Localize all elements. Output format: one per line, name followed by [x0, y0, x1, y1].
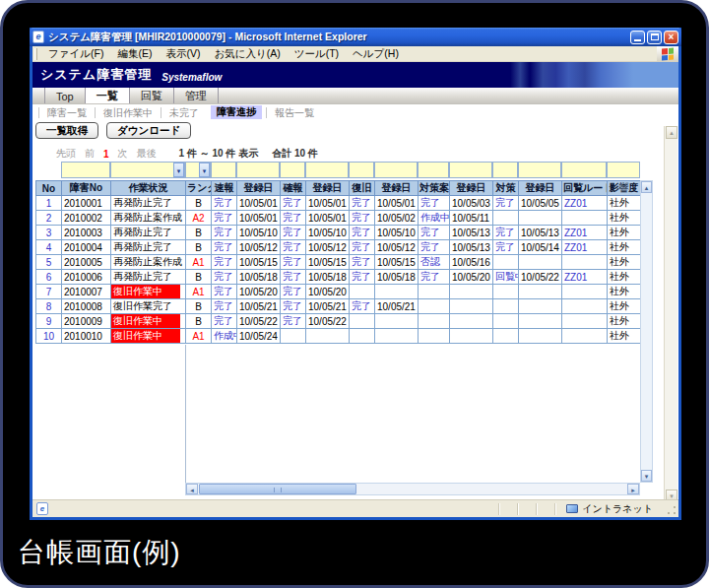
- horizontal-scroll-thumb[interactable]: [199, 484, 356, 494]
- menu-item-1[interactable]: ファイル(F): [41, 47, 110, 59]
- scroll-down-icon[interactable]: ▾: [641, 470, 652, 482]
- pager-prev[interactable]: 前: [85, 147, 95, 161]
- status-bar: e イントラネット: [32, 499, 678, 517]
- filter-select-col2[interactable]: ▾: [110, 162, 185, 178]
- filter-input-col8[interactable]: [349, 162, 374, 178]
- cell-col15: 社外: [608, 329, 641, 344]
- subnav-item-復旧作業中[interactable]: 復旧作業中: [95, 107, 161, 118]
- incident-no-link[interactable]: 4: [36, 240, 62, 255]
- tab-Top[interactable]: Top: [44, 88, 86, 103]
- cell-col3: B: [186, 196, 212, 211]
- menu-item-6[interactable]: ヘルプ(H): [346, 47, 406, 59]
- incident-no-link[interactable]: 9: [36, 314, 62, 329]
- incident-no-link[interactable]: 7: [36, 285, 62, 299]
- filter-input-col11[interactable]: [449, 162, 492, 178]
- tab-管理[interactable]: 管理: [174, 88, 219, 103]
- close-button[interactable]: ×: [664, 31, 678, 44]
- cell-col6: 完了: [281, 285, 306, 299]
- menu-item-2[interactable]: 編集(E): [110, 47, 159, 59]
- scroll-up-icon[interactable]: ▴: [641, 181, 652, 193]
- route-link[interactable]: ZZ01: [562, 240, 608, 255]
- incident-no-link[interactable]: 5: [36, 255, 62, 270]
- pane-divider: [185, 345, 186, 483]
- scroll-left-icon[interactable]: ◂: [186, 484, 198, 494]
- cell-col15: 社外: [608, 196, 641, 211]
- filter-input-col7[interactable]: [305, 162, 349, 178]
- cell-col9: 10/05/15: [375, 255, 419, 270]
- cell-col4: 完了: [212, 314, 237, 329]
- cell-col7: 10/05/01: [306, 211, 350, 226]
- filter-input-col1[interactable]: [61, 162, 110, 178]
- filter-input-col5[interactable]: [236, 162, 280, 178]
- subnav-item-未完了[interactable]: 未完了: [161, 107, 207, 118]
- incident-no-link[interactable]: 10: [36, 329, 62, 344]
- pager-last[interactable]: 最後: [137, 147, 157, 161]
- get-list-button[interactable]: 一覧取得: [35, 122, 98, 139]
- route-link[interactable]: ZZ01: [562, 196, 608, 211]
- table-vertical-scrollbar[interactable]: ▴ ▾: [640, 180, 653, 483]
- cell-col2: 再発防止完了: [111, 226, 186, 240]
- frame-vertical-scrollbar[interactable]: ▴ ▾: [664, 126, 677, 502]
- cell-col1: 2010004: [62, 240, 111, 255]
- download-button[interactable]: ダウンロード: [106, 122, 191, 139]
- scroll-right-icon[interactable]: ▸: [627, 484, 639, 494]
- column-header-13: 登録日: [519, 181, 562, 196]
- filter-input-col10[interactable]: [418, 162, 449, 178]
- dropdown-arrow-icon[interactable]: ▾: [199, 163, 210, 177]
- filter-input-col6[interactable]: [280, 162, 305, 178]
- menu-item-4[interactable]: お気に入り(A): [207, 47, 287, 59]
- pager-next[interactable]: 次: [118, 147, 128, 161]
- filter-input-col4[interactable]: [211, 162, 236, 178]
- cell-col11: 10/05/11: [450, 211, 493, 226]
- pagination: 先頭 前 1 次 最後 1 件 ～ 10 件 表示 合計 10 件: [56, 147, 318, 161]
- incident-no-link[interactable]: 8: [36, 299, 62, 314]
- subnav-item-報告一覧[interactable]: 報告一覧: [266, 107, 323, 118]
- route-link[interactable]: ZZ01: [562, 226, 608, 240]
- filter-spacer: [35, 162, 61, 178]
- menu-bar: ファイル(F)編集(E)表示(V)お気に入り(A)ツール(T)ヘルプ(H): [32, 46, 678, 62]
- minimize-icon: [634, 39, 641, 41]
- incident-no-link[interactable]: 6: [36, 270, 62, 285]
- filter-input-col13[interactable]: [518, 162, 561, 178]
- cell-col8: [350, 314, 375, 329]
- security-zone-label: イントラネット: [582, 502, 653, 516]
- cell-col3: B: [186, 270, 212, 285]
- minimize-button[interactable]: [630, 31, 645, 44]
- incident-no-link[interactable]: 2: [36, 211, 62, 226]
- subnav-item-障害一覧[interactable]: 障害一覧: [38, 107, 95, 118]
- resize-grip[interactable]: [666, 504, 677, 516]
- status-separator: [498, 503, 500, 515]
- pager-current-page: 1: [103, 149, 109, 160]
- cell-col15: 社外: [608, 299, 641, 314]
- menu-item-5[interactable]: ツール(T): [288, 47, 346, 59]
- cell-col6: 完了: [281, 196, 306, 211]
- tab-一覧[interactable]: 一覧: [86, 88, 130, 103]
- table-horizontal-scrollbar[interactable]: ◂ ▸: [185, 483, 640, 495]
- filter-select-col3[interactable]: ▾: [185, 162, 211, 178]
- subnav-item-障害進捗[interactable]: 障害進捗: [211, 105, 262, 119]
- maximize-button[interactable]: [647, 31, 662, 44]
- route-link[interactable]: ZZ01: [562, 270, 608, 285]
- frame-scroll-up-icon[interactable]: ▴: [666, 126, 677, 139]
- cell-col1: 2010001: [62, 196, 111, 211]
- tab-回覧[interactable]: 回覧: [130, 88, 174, 103]
- app-title: システム障害管理: [40, 66, 152, 84]
- filter-input-col9[interactable]: [374, 162, 418, 178]
- filter-input-col12[interactable]: [492, 162, 518, 178]
- ie-document-icon: e: [32, 31, 44, 43]
- intranet-monitor-icon: [566, 504, 578, 513]
- cell-col13: 10/05/14: [519, 240, 562, 255]
- cell-col5: 10/05/10: [237, 226, 281, 240]
- cell-col3: B: [186, 299, 212, 314]
- filter-input-col14[interactable]: [561, 162, 607, 178]
- cell-col15: 社外: [608, 226, 641, 240]
- cell-col2: 再発防止完了: [111, 270, 186, 285]
- incident-no-link[interactable]: 3: [36, 226, 62, 240]
- filter-input-col15[interactable]: [607, 162, 640, 178]
- pager-first[interactable]: 先頭: [56, 147, 76, 161]
- incident-no-link[interactable]: 1: [36, 196, 62, 211]
- cell-col12: [493, 211, 519, 226]
- cell-col4: 完了: [212, 299, 237, 314]
- menu-item-3[interactable]: 表示(V): [159, 47, 207, 59]
- dropdown-arrow-icon[interactable]: ▾: [173, 163, 184, 177]
